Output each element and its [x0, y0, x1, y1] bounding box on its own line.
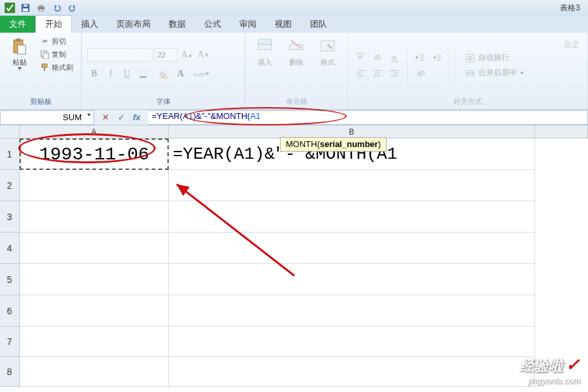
paste-button[interactable]: 粘贴 [5, 35, 34, 71]
svg-rect-3 [24, 5, 27, 7]
row-header-8[interactable]: 8 [0, 357, 20, 387]
align-center-button[interactable] [370, 66, 385, 80]
col-header-B[interactable]: B [169, 125, 535, 139]
svg-rect-17 [258, 44, 271, 50]
align-center-icon [372, 68, 383, 78]
select-all-corner[interactable] [0, 125, 20, 139]
cell-A5[interactable] [20, 264, 169, 295]
svg-rect-13 [44, 67, 45, 71]
wrap-text-button[interactable]: 自动换行 [461, 51, 528, 65]
cell-A7[interactable] [20, 327, 169, 357]
merge-icon [465, 68, 476, 78]
qat-undo-icon[interactable] [50, 1, 64, 14]
cell-B4[interactable] [169, 233, 535, 264]
align-middle-button[interactable] [370, 50, 385, 65]
col-header-blank[interactable] [535, 125, 588, 139]
svg-rect-12 [42, 64, 47, 67]
scissors-icon: ✂ [39, 36, 50, 46]
orientation-button[interactable]: ab [413, 66, 427, 80]
indent-decrease-button[interactable] [413, 50, 427, 65]
copy-icon [39, 49, 50, 59]
spreadsheet-grid[interactable]: A B 1 2 3 4 5 6 7 8 1993-11-06 =YEAR(A1)… [0, 125, 588, 392]
border-button[interactable] [136, 67, 150, 81]
indent-increase-button[interactable] [430, 50, 444, 65]
merge-center-button[interactable]: 合并后居中 [461, 66, 528, 80]
row-header-3[interactable]: 3 [0, 201, 20, 233]
format-icon [317, 37, 338, 57]
svg-rect-6 [39, 9, 43, 11]
watermark-brand: 经验啦 [520, 357, 563, 374]
cut-button[interactable]: ✂ 剪切 [37, 35, 76, 47]
name-box-value: SUM [63, 112, 82, 122]
cell-A4[interactable] [20, 233, 169, 264]
bold-button[interactable]: B [87, 67, 101, 81]
tab-insert[interactable]: 插入 [72, 16, 107, 33]
cell-B6[interactable] [169, 295, 535, 327]
cancel-formula-button[interactable]: ✕ [99, 112, 111, 123]
name-box[interactable]: SUM [0, 110, 94, 125]
row-header-7[interactable]: 7 [0, 327, 20, 357]
tab-formula[interactable]: 公式 [195, 16, 230, 33]
cell-A6[interactable] [20, 295, 169, 327]
rotate-icon: ab [415, 68, 425, 78]
align-top-button[interactable] [353, 50, 368, 65]
svg-rect-2 [23, 8, 28, 11]
copy-label: 复制 [52, 50, 66, 59]
tab-file[interactable]: 文件 [0, 16, 35, 33]
format-painter-button[interactable]: 格式刷 [37, 61, 76, 73]
row-header-6[interactable]: 6 [0, 295, 20, 327]
format-cell-label: 格式 [320, 57, 335, 67]
grow-font-button[interactable]: A▲ [180, 48, 194, 62]
align-bottom-button[interactable] [387, 50, 402, 65]
fx-button[interactable]: fx [131, 112, 143, 123]
cell-A3[interactable] [20, 201, 169, 233]
cell-A2[interactable] [20, 170, 169, 201]
insert-cell-button[interactable]: 插入 [251, 35, 279, 69]
font-color-button[interactable]: A [173, 67, 188, 81]
phonetic-button[interactable]: wén [194, 67, 209, 81]
svg-rect-47 [466, 54, 474, 62]
cell-A1[interactable]: 1993-11-06 [20, 139, 169, 170]
shrink-font-button[interactable]: A▼ [196, 48, 211, 62]
cell-B7[interactable] [169, 327, 535, 357]
svg-rect-8 [16, 39, 20, 41]
italic-button[interactable]: I [103, 67, 118, 81]
delete-cell-button[interactable]: 删除 [282, 35, 311, 69]
cell-B8[interactable] [169, 357, 535, 387]
paste-label: 粘贴 [12, 57, 27, 67]
qat-redo-icon[interactable] [65, 1, 80, 14]
format-cell-button[interactable]: 格式 [313, 35, 342, 69]
row-header-2[interactable]: 2 [0, 170, 20, 201]
fill-color-button[interactable] [157, 67, 171, 81]
cell-B3[interactable] [169, 201, 535, 233]
qat-save-icon[interactable] [18, 1, 33, 14]
function-tooltip: MONTH(serial_number) [280, 137, 387, 152]
formula-input[interactable]: =YEAR(A1)&"-"&MONTH(A1 [148, 110, 588, 125]
align-middle-icon [372, 52, 383, 63]
tab-home[interactable]: 开始 [35, 15, 72, 33]
qat-print-icon[interactable] [34, 1, 48, 14]
font-size-input[interactable] [154, 48, 178, 61]
cell-B2[interactable] [169, 170, 535, 201]
accept-formula-button[interactable]: ✓ [115, 112, 127, 123]
cell-A8[interactable] [20, 357, 169, 387]
delete-icon [286, 37, 307, 57]
cell-B5[interactable] [169, 264, 535, 295]
copy-button[interactable]: 复制 [37, 48, 76, 60]
tab-view[interactable]: 视图 [266, 16, 301, 33]
row-header-5[interactable]: 5 [0, 264, 20, 295]
tab-team[interactable]: 团队 [301, 16, 336, 33]
tab-layout[interactable]: 页面布局 [107, 16, 160, 33]
col-header-A[interactable]: A [20, 125, 169, 139]
align-right-button[interactable] [387, 66, 402, 80]
align-left-button[interactable] [353, 66, 368, 80]
self-define-label: 自定 [564, 40, 579, 49]
paste-icon [9, 37, 30, 57]
tab-review[interactable]: 审阅 [230, 16, 266, 33]
underline-button[interactable]: U [120, 67, 134, 81]
indent-inc-icon [432, 52, 442, 63]
row-header-1[interactable]: 1 [0, 139, 20, 170]
row-header-4[interactable]: 4 [0, 233, 20, 264]
font-name-input[interactable] [87, 48, 152, 61]
tab-data[interactable]: 数据 [160, 16, 195, 33]
